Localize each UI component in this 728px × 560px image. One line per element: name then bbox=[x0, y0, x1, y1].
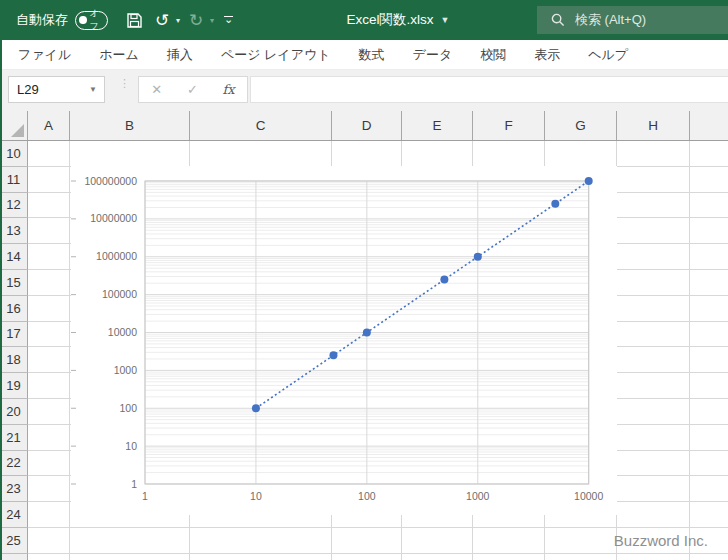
autosave-control[interactable]: 自動保存 オフ bbox=[16, 11, 108, 30]
undo-dropdown-caret[interactable]: ▾ bbox=[176, 16, 180, 25]
select-all-icon bbox=[11, 124, 24, 137]
row-header-19[interactable]: 19 bbox=[0, 373, 28, 399]
redo-dropdown-caret[interactable]: ▾ bbox=[210, 16, 214, 25]
name-box-caret-icon[interactable]: ▼ bbox=[89, 85, 97, 94]
ribbon-tab-1[interactable]: ホーム bbox=[85, 40, 153, 69]
ribbon-tab-4[interactable]: 数式 bbox=[345, 40, 399, 69]
column-header-G[interactable]: G bbox=[545, 111, 617, 140]
select-all-corner[interactable] bbox=[0, 111, 28, 140]
row-header-11[interactable]: 11 bbox=[0, 167, 28, 193]
document-title: Excel関数.xlsx bbox=[347, 11, 434, 29]
search-icon bbox=[551, 13, 565, 27]
row-header-26[interactable]: 26 bbox=[0, 554, 28, 560]
redo-button[interactable]: ↻ bbox=[184, 7, 208, 33]
customize-qat-button[interactable]: ⌄ bbox=[224, 16, 233, 25]
ribbon-tab-5[interactable]: データ bbox=[399, 40, 467, 69]
svg-text:100: 100 bbox=[358, 490, 376, 502]
svg-text:1: 1 bbox=[131, 478, 137, 490]
row-header-20[interactable]: 20 bbox=[0, 399, 28, 425]
ribbon-tab-2[interactable]: 挿入 bbox=[153, 40, 207, 69]
row-header-15[interactable]: 15 bbox=[0, 270, 28, 296]
svg-text:10000: 10000 bbox=[574, 490, 603, 502]
svg-text:100: 100 bbox=[119, 402, 137, 414]
chart[interactable]: 1101001000100001000001000000100000001000… bbox=[71, 166, 617, 515]
svg-text:10000000: 10000000 bbox=[90, 212, 137, 224]
svg-text:100000000: 100000000 bbox=[84, 175, 137, 187]
svg-text:10000: 10000 bbox=[108, 326, 137, 338]
row-header-13[interactable]: 13 bbox=[0, 218, 28, 244]
ribbon-tab-7[interactable]: 表示 bbox=[520, 40, 574, 69]
row-header-14[interactable]: 14 bbox=[0, 244, 28, 270]
search-box[interactable]: 検索 (Alt+Q) bbox=[537, 6, 728, 34]
svg-text:1000000: 1000000 bbox=[96, 250, 137, 262]
svg-text:1000: 1000 bbox=[466, 490, 490, 502]
ribbon-tab-6[interactable]: 校閲 bbox=[466, 40, 520, 69]
row-header-21[interactable]: 21 bbox=[0, 425, 28, 451]
column-header-A[interactable]: A bbox=[28, 111, 70, 140]
row-header-18[interactable]: 18 bbox=[0, 347, 28, 373]
column-header-I[interactable]: I bbox=[690, 111, 728, 140]
search-placeholder: 検索 (Alt+Q) bbox=[575, 11, 646, 29]
column-headers: ABCDEFGHI bbox=[0, 111, 728, 141]
ribbon-tab-0[interactable]: ファイル bbox=[4, 40, 85, 69]
enter-button[interactable]: ✓ bbox=[187, 82, 198, 97]
ribbon-tab-8[interactable]: ヘルプ bbox=[574, 40, 642, 69]
row-header-25[interactable]: 25 bbox=[0, 528, 28, 554]
undo-icon: ↺ bbox=[155, 12, 169, 29]
formula-input[interactable] bbox=[250, 76, 728, 103]
title-bar: 自動保存 オフ ↺ ▾ ↻ ▾ ⌄ Excel関数.xlsx ▼ bbox=[0, 0, 728, 40]
name-box-value: L29 bbox=[17, 82, 39, 97]
watermark-text: Buzzword Inc. bbox=[610, 528, 708, 554]
autosave-label: 自動保存 bbox=[16, 11, 68, 29]
ribbon-tab-row: ファイルホーム挿入ページ レイアウト数式データ校閲表示ヘルプ bbox=[0, 40, 728, 70]
column-header-H[interactable]: H bbox=[617, 111, 690, 140]
formula-bar-divider: ⋮ bbox=[119, 80, 125, 86]
column-header-E[interactable]: E bbox=[402, 111, 473, 140]
column-header-D[interactable]: D bbox=[332, 111, 402, 140]
row-header-16[interactable]: 16 bbox=[0, 296, 28, 322]
svg-text:100000: 100000 bbox=[102, 288, 137, 300]
row-header-12[interactable]: 12 bbox=[0, 193, 28, 219]
document-title-control[interactable]: Excel関数.xlsx ▼ bbox=[347, 0, 450, 40]
cancel-button[interactable]: ✕ bbox=[151, 82, 162, 97]
ribbon-tab-3[interactable]: ページ レイアウト bbox=[207, 40, 345, 69]
autosave-state: オフ bbox=[90, 7, 107, 33]
name-box[interactable]: L29 ▼ bbox=[8, 76, 105, 103]
autosave-toggle[interactable]: オフ bbox=[75, 11, 108, 30]
undo-button[interactable]: ↺ bbox=[150, 7, 174, 33]
scatter-log-log-chart: 1101001000100001000001000000100000001000… bbox=[71, 166, 617, 515]
save-icon bbox=[126, 12, 143, 29]
row-header-23[interactable]: 23 bbox=[0, 476, 28, 502]
formula-bar-row: L29 ▼ ⋮ ✕ ✓ fx bbox=[0, 70, 728, 111]
formula-buttons: ✕ ✓ fx bbox=[138, 76, 248, 103]
redo-icon: ↻ bbox=[189, 12, 203, 29]
row-header-22[interactable]: 22 bbox=[0, 451, 28, 477]
svg-text:1: 1 bbox=[142, 490, 148, 502]
column-header-C[interactable]: C bbox=[190, 111, 332, 140]
worksheet: ABCDEFGHI 101112131415161718192021222324… bbox=[0, 111, 728, 560]
insert-function-button[interactable]: fx bbox=[222, 82, 234, 97]
gridline bbox=[689, 141, 690, 560]
gridline bbox=[69, 141, 70, 560]
svg-text:1000: 1000 bbox=[114, 364, 138, 376]
window-left-border bbox=[0, 40, 2, 560]
toggle-knob-icon bbox=[79, 16, 87, 24]
quick-access-toolbar: ↺ ▾ ↻ ▾ ⌄ bbox=[122, 7, 233, 33]
save-button[interactable] bbox=[122, 7, 146, 33]
svg-text:10: 10 bbox=[125, 440, 137, 452]
row-header-17[interactable]: 17 bbox=[0, 322, 28, 348]
chevron-down-icon: ⌄ bbox=[224, 14, 233, 24]
svg-text:10: 10 bbox=[250, 490, 262, 502]
row-header-24[interactable]: 24 bbox=[0, 502, 28, 528]
row-header-10[interactable]: 10 bbox=[0, 141, 28, 167]
title-dropdown-caret: ▼ bbox=[441, 15, 450, 25]
column-header-B[interactable]: B bbox=[70, 111, 190, 140]
column-header-F[interactable]: F bbox=[473, 111, 545, 140]
